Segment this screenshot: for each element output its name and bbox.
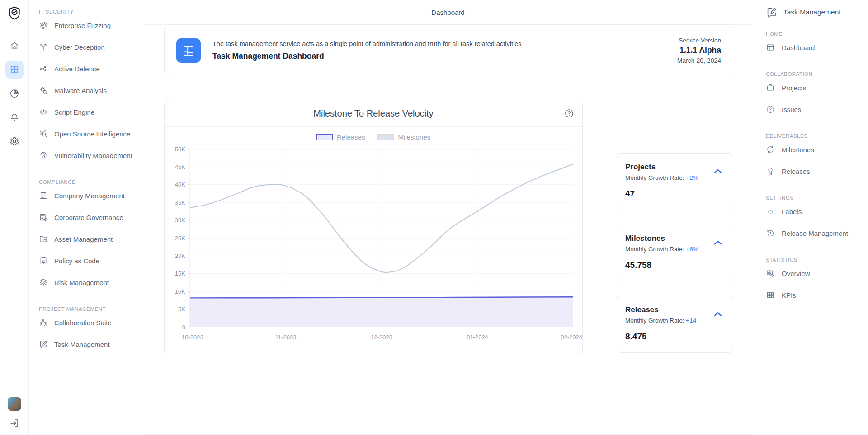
rs-item-overview[interactable]: Overview [766,262,864,284]
sidebar-item-open-source-intelligence[interactable]: Open Source Intelligence [39,123,139,145]
clipboard-arrow-icon [39,256,48,265]
fingerprint-icon [39,151,48,160]
growth-value: +14 [686,317,696,324]
stat-card-projects: ProjectsMonthly Growth Rate: +2%47 [616,153,733,210]
pie-chart-icon [9,89,19,98]
chart-image-icon [766,269,775,278]
rs-item-label: Release Management [782,229,848,237]
rail-button-notifications[interactable] [5,108,24,126]
rs-section-label-deliverables: DELIVERABLES [766,133,864,139]
growth-label: Monthly Growth Rate: [625,174,686,181]
rs-section-label-statistics: STATISTICS [766,257,864,262]
sidebar-item-task-management[interactable]: Task Management [39,333,139,355]
building-icon [39,191,48,200]
rail-bottom [8,397,21,435]
table-icon [766,290,775,299]
help-circle-icon[interactable] [564,108,574,118]
svg-text:10-2023: 10-2023 [182,334,203,341]
rs-item-labels[interactable]: {;}Labels [766,201,864,222]
nav-section-label-it-security: IT SECURITY [39,9,139,14]
logout-icon[interactable] [9,418,20,429]
grid-icon [9,65,19,75]
braces-icon: {;} [766,207,775,216]
svg-text:50K: 50K [175,146,185,153]
node-arrows-icon [39,64,48,73]
rs-item-milestones[interactable]: Milestones [766,139,864,160]
rail-button-analytics[interactable] [5,84,24,103]
releases-swatch [316,134,333,140]
svg-text:30K: 30K [175,217,185,224]
rail-button-apps[interactable] [5,61,24,79]
svg-text:0: 0 [182,324,185,331]
nav-item-label: Active Defense [54,65,100,73]
sidebar-item-malware-analysis[interactable]: Malware Analysis [39,80,139,101]
topbar: Dashboard [144,0,752,25]
svg-text:25K: 25K [175,235,185,242]
home-icon [9,41,19,51]
service-icon-tile [176,38,201,63]
nav-item-label: Malware Analysis [54,87,107,94]
chevron-up-icon[interactable] [711,238,725,248]
rs-item-issues[interactable]: Issues [766,98,864,120]
stat-card-value: 45.758 [625,260,724,270]
svg-text:{;}: {;} [768,209,773,214]
nav-item-label: Asset Management [54,235,113,243]
chart-legend: Releases Milestones [165,133,582,141]
rs-section-label-home: HOME [766,31,864,37]
right-sidebar-sections: HOMEDashboardCOLLABORATIONProjectsIssues… [766,31,864,306]
nav-section-label-compliance: COMPLIANCE [39,179,139,185]
legend-label-milestones: Milestones [398,133,430,141]
velocity-chart-card: Milestone To Release Velocity Releases M… [164,100,583,355]
sidebar-item-cyber-deception[interactable]: Cyber Deception [39,36,139,58]
nav-item-label: Open Source Intelligence [54,130,130,138]
app-logo-shield-check-icon [7,5,22,21]
user-avatar[interactable] [8,397,21,411]
sidebar-item-collaboration-suite[interactable]: Collaboration Suite [39,312,139,333]
code-icon [39,108,48,117]
legend-item-milestones[interactable]: Milestones [377,133,430,141]
bell-icon [9,112,19,122]
right-sidebar-title: Task Management [783,8,841,16]
rs-item-projects[interactable]: Projects [766,77,864,98]
bug-search-icon [39,86,48,95]
rs-item-releases[interactable]: Releases [766,160,864,182]
rs-item-label: Issues [782,106,801,113]
svg-text:10K: 10K [175,288,185,295]
rs-item-kpis[interactable]: KPIs [766,284,864,306]
service-title: Task Management Dashboard [212,51,521,61]
page-title: Dashboard [431,9,464,16]
dashboard-tiles-icon [182,44,195,57]
gear-icon [9,136,19,146]
stat-card-growth: Monthly Growth Rate: +14 [625,317,724,324]
rs-section-label-settings: SETTINGS [766,195,864,201]
sidebar-item-vulnerability-management[interactable]: Vulnerability Management [39,145,139,166]
service-header-texts: The task management service acts as a si… [212,40,521,61]
refresh-icon [766,145,775,154]
chart-title: Milestone To Release Velocity [313,108,433,119]
chevron-up-icon[interactable] [711,166,725,176]
sidebar-item-enterprise-fuzzing[interactable]: Enterprise Fuzzing [39,14,139,36]
sidebar-item-script-engine[interactable]: Script Engine [39,101,139,123]
sidebar-item-risk-management[interactable]: Risk Management [39,271,139,293]
sidebar-item-active-defense[interactable]: Active Defense [39,58,139,80]
team-icon [39,318,48,327]
chevron-up-icon[interactable] [711,309,725,319]
rs-item-dashboard[interactable]: Dashboard [766,37,864,58]
nav-item-label: Script Engine [54,108,94,116]
rail-button-home[interactable] [5,37,24,55]
stat-card-title: Projects [625,163,724,172]
sidebar-item-asset-management[interactable]: Asset Management [39,228,139,250]
left-navigation: IT SECURITYEnterprise FuzzingCyber Decep… [29,0,144,435]
sidebar-item-corporate-governance[interactable]: Corporate Governance [39,206,139,228]
stat-card-title: Milestones [625,234,724,243]
rs-item-label: Projects [782,84,806,92]
right-sidebar-header: Task Management [766,6,864,18]
split-arrows-icon [39,42,48,51]
legend-item-releases[interactable]: Releases [316,133,365,141]
rs-section-label-collaboration: COLLABORATION [766,71,864,77]
svg-text:5K: 5K [178,306,185,313]
rail-button-settings[interactable] [5,132,24,150]
sidebar-item-policy-as-code[interactable]: Policy as Code [39,250,139,271]
rs-item-release-management[interactable]: Release Management [766,222,864,244]
sidebar-item-company-management[interactable]: Company Management [39,185,139,206]
